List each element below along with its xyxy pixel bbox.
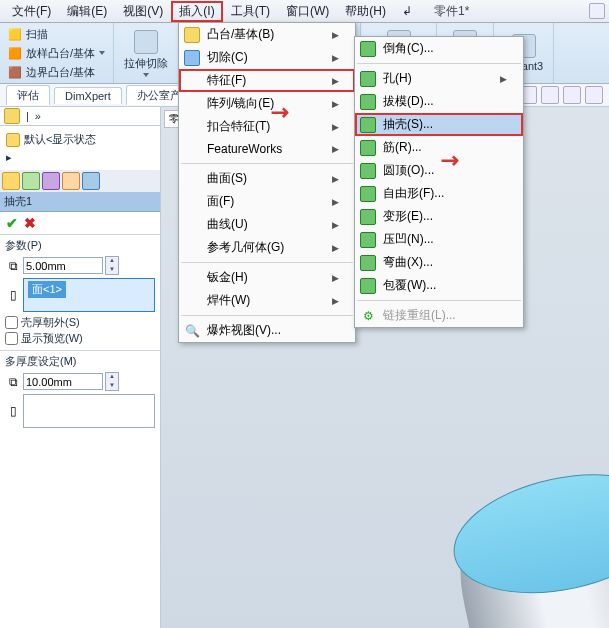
- faces-selection-box[interactable]: 面<1>: [23, 278, 155, 312]
- pm-tab-feature-icon[interactable]: [2, 172, 20, 190]
- submenu-flex[interactable]: 弯曲(X)...: [355, 251, 523, 274]
- menu-extra-icon[interactable]: ↲: [394, 2, 420, 20]
- insert-menu: 凸台/基体(B)▶ 切除(C)▶ 特征(F)▶ 阵列/镜向(E)▶ 扣合特征(T…: [178, 22, 356, 343]
- pm-ok-button[interactable]: ✔: [6, 215, 18, 231]
- feature-manager-pane: | » 默认<显示状态 ▸ 抽壳1 ✔ ✖ 参数(P) ⧉ ▲▼: [0, 107, 161, 628]
- submenu-wrap[interactable]: 包覆(W)...: [355, 274, 523, 297]
- pm-cancel-button[interactable]: ✖: [24, 215, 36, 231]
- tab-evaluate[interactable]: 评估: [6, 85, 50, 105]
- menu-help[interactable]: 帮助(H): [337, 1, 394, 22]
- view-settings-icon[interactable]: [585, 86, 603, 104]
- menu-featureworks[interactable]: FeatureWorks▶: [179, 138, 355, 160]
- multi-thickness-icon: ⧉: [5, 375, 21, 389]
- thickness-spinner[interactable]: ▲▼: [105, 256, 119, 275]
- menu-tools[interactable]: 工具(T): [223, 1, 278, 22]
- pm-tab-display-icon[interactable]: [82, 172, 100, 190]
- menu-exploded-view[interactable]: 🔍爆炸视图(V)...: [179, 319, 355, 342]
- pm-tab-dimxpert-icon[interactable]: [62, 172, 80, 190]
- menu-features[interactable]: 特征(F)▶: [179, 69, 355, 92]
- submenu-hole[interactable]: 孔(H)▶: [355, 67, 523, 90]
- featuremanager-breadcrumb: | »: [0, 107, 160, 126]
- loft-button[interactable]: 🟧放样凸台/基体: [6, 45, 107, 62]
- tree-display-state[interactable]: 默认<显示状态: [6, 130, 154, 149]
- sweep-button[interactable]: 🟨扫描: [6, 26, 107, 43]
- menu-sheetmetal[interactable]: 钣金(H)▶: [179, 266, 355, 289]
- submenu-indent[interactable]: 压凹(N)...: [355, 228, 523, 251]
- multi-thickness-input[interactable]: [23, 373, 103, 390]
- pm-tab-property-icon[interactable]: [22, 172, 40, 190]
- part-icon: [4, 108, 20, 124]
- menu-edit[interactable]: 编辑(E): [59, 1, 115, 22]
- menu-fastening[interactable]: 扣合特征(T)▶: [179, 115, 355, 138]
- thickness-input[interactable]: [23, 257, 103, 274]
- pm-tab-config-icon[interactable]: [42, 172, 60, 190]
- submenu-draft[interactable]: 拔模(D)...: [355, 90, 523, 113]
- tree-sensors[interactable]: ▸: [6, 149, 154, 166]
- pm-params-header: 参数(P): [5, 238, 155, 253]
- document-title: 零件1*: [434, 3, 469, 20]
- pm-tab-strip: [0, 170, 160, 192]
- multi-faces-selection-box[interactable]: [23, 394, 155, 428]
- menu-boss-base[interactable]: 凸台/基体(B)▶: [179, 23, 355, 46]
- shell-outward-checkbox[interactable]: 壳厚朝外(S): [5, 315, 155, 330]
- menu-file[interactable]: 文件(F): [4, 1, 59, 22]
- submenu-link[interactable]: ⚙链接重组(L)...: [355, 304, 523, 327]
- menu-insert[interactable]: 插入(I): [171, 1, 222, 22]
- menu-bar: 文件(F) 编辑(E) 视图(V) 插入(I) 工具(T) 窗口(W) 帮助(H…: [0, 0, 609, 23]
- thickness-icon: ⧉: [5, 259, 21, 273]
- features-submenu: 倒角(C)... 孔(H)▶ 拔模(D)... 抽壳(S)... 筋(R)...…: [354, 36, 524, 328]
- pm-multi-header: 多厚度设定(M): [5, 354, 155, 369]
- menu-face[interactable]: 面(F)▶: [179, 190, 355, 213]
- display-style-icon[interactable]: [541, 86, 559, 104]
- submenu-freeform[interactable]: 自由形(F)...: [355, 182, 523, 205]
- submenu-shell[interactable]: 抽壳(S)...: [355, 113, 523, 136]
- menubar-expand-icon[interactable]: [589, 3, 605, 19]
- show-preview-checkbox[interactable]: 显示预览(W): [5, 331, 155, 346]
- menu-weldments[interactable]: 焊件(W)▶: [179, 289, 355, 312]
- model-cylinder[interactable]: [443, 456, 609, 628]
- boundary-button[interactable]: 🟫边界凸台/基体: [6, 64, 107, 81]
- breadcrumb-arrow-icon[interactable]: »: [35, 110, 41, 122]
- extrude-cut-button[interactable]: 拉伸切除: [120, 28, 172, 79]
- menu-window[interactable]: 窗口(W): [278, 1, 337, 22]
- tab-dimxpert[interactable]: DimXpert: [54, 87, 122, 104]
- menu-view[interactable]: 视图(V): [115, 1, 171, 22]
- multi-thickness-spinner[interactable]: ▲▼: [105, 372, 119, 391]
- submenu-chamfer[interactable]: 倒角(C)...: [355, 37, 523, 60]
- menu-ref-geom[interactable]: 参考几何体(G)▶: [179, 236, 355, 259]
- faces-icon: ▯: [5, 288, 21, 302]
- menu-cut[interactable]: 切除(C)▶: [179, 46, 355, 69]
- menu-curve[interactable]: 曲线(U)▶: [179, 213, 355, 236]
- menu-surface[interactable]: 曲面(S)▶: [179, 167, 355, 190]
- submenu-deform[interactable]: 变形(E)...: [355, 205, 523, 228]
- scene-icon[interactable]: [563, 86, 581, 104]
- pm-title: 抽壳1: [0, 192, 160, 212]
- multi-faces-icon: ▯: [5, 404, 21, 418]
